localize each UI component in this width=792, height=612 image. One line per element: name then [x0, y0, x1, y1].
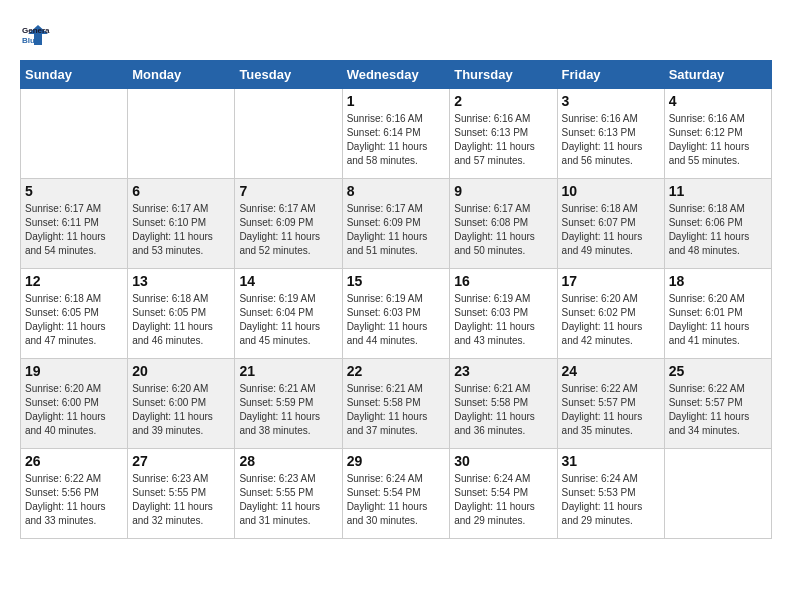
day-number: 25 — [669, 363, 767, 379]
weekday-header-row: SundayMondayTuesdayWednesdayThursdayFrid… — [21, 61, 772, 89]
svg-text:Blue: Blue — [22, 36, 40, 45]
calendar-cell — [128, 89, 235, 179]
weekday-header-sunday: Sunday — [21, 61, 128, 89]
day-info: Sunrise: 6:18 AM Sunset: 6:06 PM Dayligh… — [669, 202, 767, 258]
calendar-week-row: 5Sunrise: 6:17 AM Sunset: 6:11 PM Daylig… — [21, 179, 772, 269]
day-number: 14 — [239, 273, 337, 289]
day-info: Sunrise: 6:16 AM Sunset: 6:13 PM Dayligh… — [454, 112, 552, 168]
calendar-cell: 13Sunrise: 6:18 AM Sunset: 6:05 PM Dayli… — [128, 269, 235, 359]
calendar-cell: 5Sunrise: 6:17 AM Sunset: 6:11 PM Daylig… — [21, 179, 128, 269]
calendar-cell: 30Sunrise: 6:24 AM Sunset: 5:54 PM Dayli… — [450, 449, 557, 539]
day-info: Sunrise: 6:22 AM Sunset: 5:57 PM Dayligh… — [562, 382, 660, 438]
day-info: Sunrise: 6:20 AM Sunset: 6:00 PM Dayligh… — [25, 382, 123, 438]
calendar-week-row: 12Sunrise: 6:18 AM Sunset: 6:05 PM Dayli… — [21, 269, 772, 359]
day-info: Sunrise: 6:17 AM Sunset: 6:08 PM Dayligh… — [454, 202, 552, 258]
day-number: 1 — [347, 93, 446, 109]
weekday-header-friday: Friday — [557, 61, 664, 89]
day-number: 24 — [562, 363, 660, 379]
calendar-cell: 14Sunrise: 6:19 AM Sunset: 6:04 PM Dayli… — [235, 269, 342, 359]
calendar-cell: 23Sunrise: 6:21 AM Sunset: 5:58 PM Dayli… — [450, 359, 557, 449]
calendar-cell: 1Sunrise: 6:16 AM Sunset: 6:14 PM Daylig… — [342, 89, 450, 179]
day-number: 27 — [132, 453, 230, 469]
day-number: 15 — [347, 273, 446, 289]
day-info: Sunrise: 6:21 AM Sunset: 5:58 PM Dayligh… — [347, 382, 446, 438]
day-number: 29 — [347, 453, 446, 469]
day-info: Sunrise: 6:16 AM Sunset: 6:12 PM Dayligh… — [669, 112, 767, 168]
calendar-cell: 28Sunrise: 6:23 AM Sunset: 5:55 PM Dayli… — [235, 449, 342, 539]
day-info: Sunrise: 6:23 AM Sunset: 5:55 PM Dayligh… — [239, 472, 337, 528]
day-info: Sunrise: 6:16 AM Sunset: 6:13 PM Dayligh… — [562, 112, 660, 168]
svg-text:General: General — [22, 26, 50, 35]
calendar-cell: 3Sunrise: 6:16 AM Sunset: 6:13 PM Daylig… — [557, 89, 664, 179]
day-number: 13 — [132, 273, 230, 289]
calendar-cell: 12Sunrise: 6:18 AM Sunset: 6:05 PM Dayli… — [21, 269, 128, 359]
calendar-cell: 26Sunrise: 6:22 AM Sunset: 5:56 PM Dayli… — [21, 449, 128, 539]
day-number: 2 — [454, 93, 552, 109]
day-info: Sunrise: 6:20 AM Sunset: 6:00 PM Dayligh… — [132, 382, 230, 438]
day-number: 9 — [454, 183, 552, 199]
day-info: Sunrise: 6:20 AM Sunset: 6:01 PM Dayligh… — [669, 292, 767, 348]
calendar-cell: 9Sunrise: 6:17 AM Sunset: 6:08 PM Daylig… — [450, 179, 557, 269]
weekday-header-thursday: Thursday — [450, 61, 557, 89]
day-info: Sunrise: 6:18 AM Sunset: 6:05 PM Dayligh… — [25, 292, 123, 348]
calendar-cell: 7Sunrise: 6:17 AM Sunset: 6:09 PM Daylig… — [235, 179, 342, 269]
day-number: 31 — [562, 453, 660, 469]
day-number: 7 — [239, 183, 337, 199]
day-info: Sunrise: 6:18 AM Sunset: 6:07 PM Dayligh… — [562, 202, 660, 258]
calendar-cell: 11Sunrise: 6:18 AM Sunset: 6:06 PM Dayli… — [664, 179, 771, 269]
day-info: Sunrise: 6:21 AM Sunset: 5:58 PM Dayligh… — [454, 382, 552, 438]
calendar-cell: 31Sunrise: 6:24 AM Sunset: 5:53 PM Dayli… — [557, 449, 664, 539]
day-number: 6 — [132, 183, 230, 199]
day-info: Sunrise: 6:23 AM Sunset: 5:55 PM Dayligh… — [132, 472, 230, 528]
day-info: Sunrise: 6:17 AM Sunset: 6:11 PM Dayligh… — [25, 202, 123, 258]
day-info: Sunrise: 6:19 AM Sunset: 6:03 PM Dayligh… — [347, 292, 446, 348]
logo: General Blue — [20, 20, 54, 50]
day-info: Sunrise: 6:22 AM Sunset: 5:56 PM Dayligh… — [25, 472, 123, 528]
day-info: Sunrise: 6:20 AM Sunset: 6:02 PM Dayligh… — [562, 292, 660, 348]
day-number: 30 — [454, 453, 552, 469]
calendar-week-row: 26Sunrise: 6:22 AM Sunset: 5:56 PM Dayli… — [21, 449, 772, 539]
weekday-header-tuesday: Tuesday — [235, 61, 342, 89]
day-info: Sunrise: 6:16 AM Sunset: 6:14 PM Dayligh… — [347, 112, 446, 168]
day-number: 11 — [669, 183, 767, 199]
calendar-cell: 25Sunrise: 6:22 AM Sunset: 5:57 PM Dayli… — [664, 359, 771, 449]
logo-icon: General Blue — [20, 20, 50, 50]
day-number: 5 — [25, 183, 123, 199]
day-number: 19 — [25, 363, 123, 379]
day-number: 20 — [132, 363, 230, 379]
day-number: 23 — [454, 363, 552, 379]
calendar-cell — [21, 89, 128, 179]
day-info: Sunrise: 6:21 AM Sunset: 5:59 PM Dayligh… — [239, 382, 337, 438]
day-number: 26 — [25, 453, 123, 469]
day-info: Sunrise: 6:17 AM Sunset: 6:09 PM Dayligh… — [347, 202, 446, 258]
day-number: 8 — [347, 183, 446, 199]
day-info: Sunrise: 6:19 AM Sunset: 6:04 PM Dayligh… — [239, 292, 337, 348]
calendar-cell: 10Sunrise: 6:18 AM Sunset: 6:07 PM Dayli… — [557, 179, 664, 269]
day-number: 10 — [562, 183, 660, 199]
calendar-cell: 18Sunrise: 6:20 AM Sunset: 6:01 PM Dayli… — [664, 269, 771, 359]
day-number: 21 — [239, 363, 337, 379]
calendar-cell — [664, 449, 771, 539]
calendar-cell: 4Sunrise: 6:16 AM Sunset: 6:12 PM Daylig… — [664, 89, 771, 179]
day-number: 4 — [669, 93, 767, 109]
calendar-cell: 17Sunrise: 6:20 AM Sunset: 6:02 PM Dayli… — [557, 269, 664, 359]
calendar-cell: 27Sunrise: 6:23 AM Sunset: 5:55 PM Dayli… — [128, 449, 235, 539]
calendar-week-row: 1Sunrise: 6:16 AM Sunset: 6:14 PM Daylig… — [21, 89, 772, 179]
day-number: 12 — [25, 273, 123, 289]
weekday-header-wednesday: Wednesday — [342, 61, 450, 89]
calendar-cell: 15Sunrise: 6:19 AM Sunset: 6:03 PM Dayli… — [342, 269, 450, 359]
weekday-header-saturday: Saturday — [664, 61, 771, 89]
day-number: 3 — [562, 93, 660, 109]
day-info: Sunrise: 6:24 AM Sunset: 5:53 PM Dayligh… — [562, 472, 660, 528]
weekday-header-monday: Monday — [128, 61, 235, 89]
day-info: Sunrise: 6:24 AM Sunset: 5:54 PM Dayligh… — [347, 472, 446, 528]
day-info: Sunrise: 6:24 AM Sunset: 5:54 PM Dayligh… — [454, 472, 552, 528]
page-header: General Blue — [20, 20, 772, 50]
calendar-cell: 8Sunrise: 6:17 AM Sunset: 6:09 PM Daylig… — [342, 179, 450, 269]
calendar-cell: 16Sunrise: 6:19 AM Sunset: 6:03 PM Dayli… — [450, 269, 557, 359]
calendar-cell — [235, 89, 342, 179]
calendar-cell: 19Sunrise: 6:20 AM Sunset: 6:00 PM Dayli… — [21, 359, 128, 449]
calendar-cell: 21Sunrise: 6:21 AM Sunset: 5:59 PM Dayli… — [235, 359, 342, 449]
day-number: 28 — [239, 453, 337, 469]
calendar-cell: 24Sunrise: 6:22 AM Sunset: 5:57 PM Dayli… — [557, 359, 664, 449]
